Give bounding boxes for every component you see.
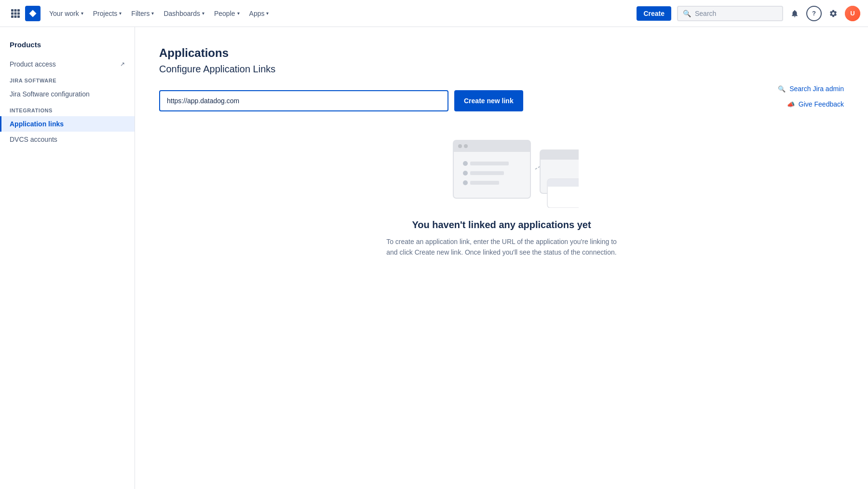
chevron-down-icon: ▾ <box>81 11 83 16</box>
sidebar-heading: Products <box>0 37 135 56</box>
svg-rect-22 <box>540 155 579 160</box>
empty-state-description: To create an application link, enter the… <box>386 236 617 258</box>
nav-item-people[interactable]: People ▾ <box>209 7 244 20</box>
svg-point-16 <box>463 171 468 176</box>
topnav: Your work ▾ Projects ▾ Filters ▾ Dashboa… <box>0 0 868 27</box>
svg-rect-6 <box>11 15 14 18</box>
sidebar-item-product-access[interactable]: Product access ↗ <box>0 56 135 72</box>
chevron-down-icon: ▾ <box>151 11 154 16</box>
svg-point-14 <box>463 161 468 166</box>
grid-icon[interactable] <box>8 6 23 21</box>
page-subtitle: Configure Application Links <box>159 64 844 75</box>
sidebar-section-jira-software: JIRA SOFTWARE <box>0 72 135 86</box>
svg-rect-7 <box>14 15 17 18</box>
notifications-button[interactable] <box>787 6 802 21</box>
empty-state-title: You haven't linked any applications yet <box>412 219 591 231</box>
nav-right: 🔍 Search ? U <box>677 6 860 21</box>
empty-illustration <box>424 131 579 208</box>
svg-rect-19 <box>470 181 499 185</box>
help-button[interactable]: ? <box>806 6 822 21</box>
jira-logo[interactable] <box>25 6 41 21</box>
sidebar-item-jira-software-config[interactable]: Jira Software configuration <box>0 86 135 102</box>
empty-state: You haven't linked any applications yet … <box>159 131 844 258</box>
main-content: 🔍 Search Jira admin 📣 Give Feedback Appl… <box>135 27 868 489</box>
nav-item-dashboards[interactable]: Dashboards ▾ <box>159 7 209 20</box>
chevron-down-icon: ▾ <box>119 11 122 16</box>
svg-rect-4 <box>14 12 17 14</box>
nav-item-your-work[interactable]: Your work ▾ <box>44 7 88 20</box>
sidebar-item-application-links[interactable]: Application links <box>0 116 135 132</box>
svg-point-12 <box>458 144 462 148</box>
settings-button[interactable] <box>826 6 841 21</box>
sidebar-section-integrations: INTEGRATIONS <box>0 102 135 116</box>
sidebar: Products Product access ↗ JIRA SOFTWARE … <box>0 27 135 489</box>
search-placeholder: Search <box>695 10 716 17</box>
search-admin-icon: 🔍 <box>778 85 786 93</box>
sidebar-item-dvcs-accounts[interactable]: DVCS accounts <box>0 132 135 147</box>
svg-point-18 <box>463 180 468 185</box>
svg-rect-5 <box>17 12 20 14</box>
create-button[interactable]: Create <box>637 6 671 21</box>
svg-point-13 <box>464 144 468 148</box>
nav-item-projects[interactable]: Projects ▾ <box>88 7 127 20</box>
svg-rect-17 <box>470 171 504 175</box>
page-title: Applications <box>159 46 844 60</box>
svg-rect-3 <box>11 12 14 14</box>
svg-rect-2 <box>17 9 20 12</box>
external-link-icon: ↗ <box>120 61 125 68</box>
nav-menu: Your work ▾ Projects ▾ Filters ▾ Dashboa… <box>44 7 635 20</box>
nav-item-filters[interactable]: Filters ▾ <box>126 7 159 20</box>
svg-rect-0 <box>11 9 14 12</box>
svg-rect-8 <box>17 15 20 18</box>
chevron-down-icon: ▾ <box>266 11 269 16</box>
search-icon: 🔍 <box>683 10 691 17</box>
chevron-down-icon: ▾ <box>202 11 204 16</box>
app-layout: Products Product access ↗ JIRA SOFTWARE … <box>0 27 868 489</box>
svg-rect-15 <box>470 162 509 165</box>
url-input-row: Create new link <box>159 90 844 111</box>
megaphone-icon: 📣 <box>787 101 795 108</box>
search-admin-link[interactable]: 🔍 Search Jira admin <box>778 85 844 93</box>
url-input[interactable] <box>159 90 448 111</box>
svg-rect-1 <box>14 9 17 12</box>
give-feedback-link[interactable]: 📣 Give Feedback <box>787 100 844 108</box>
top-actions: 🔍 Search Jira admin 📣 Give Feedback <box>778 85 844 108</box>
search-box[interactable]: 🔍 Search <box>677 6 783 21</box>
user-avatar[interactable]: U <box>845 6 860 21</box>
create-new-link-button[interactable]: Create new link <box>454 90 523 111</box>
svg-rect-25 <box>547 183 579 187</box>
nav-item-apps[interactable]: Apps ▾ <box>244 7 274 20</box>
chevron-down-icon: ▾ <box>237 11 240 16</box>
